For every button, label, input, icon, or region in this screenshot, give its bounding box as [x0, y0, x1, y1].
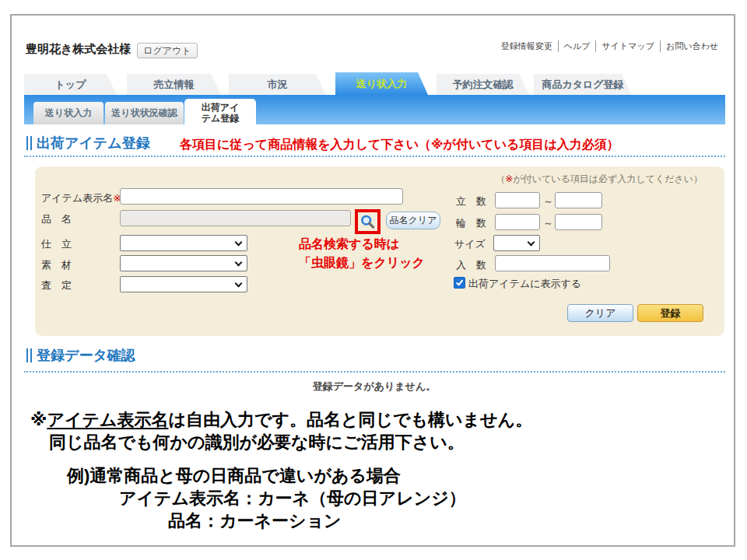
range-separator: ～ — [543, 194, 553, 208]
product-name-input[interactable] — [120, 210, 351, 226]
bloom-count-max-input[interactable] — [555, 214, 602, 230]
logout-button[interactable]: ログアウト — [137, 43, 198, 58]
shipping-item-form: （※が付いている項目は必ず入力してください） アイテム表示名※ 品 名 品名クリ… — [35, 166, 724, 336]
size-select[interactable] — [493, 235, 540, 251]
display-on-shipping-checkbox[interactable] — [454, 277, 465, 289]
subtab-invoice-status[interactable]: 送り状状況確認 — [105, 102, 184, 124]
tab-market[interactable]: 市況 — [229, 74, 326, 95]
subtab-invoice-input[interactable]: 送り状入力 — [33, 102, 103, 124]
registered-data-section-title: 登録データ確認 — [26, 346, 135, 365]
shipping-item-section-title: 出荷アイテム登録 — [26, 134, 150, 152]
display-checkbox-label: 出荷アイテムに表示する — [468, 277, 581, 291]
clear-button[interactable]: クリア — [567, 304, 633, 322]
divider — [24, 371, 725, 373]
assessment-label: 査 定 — [41, 278, 72, 292]
empty-data-message: 登録データがありません。 — [12, 380, 735, 394]
bloom-count-label: 輪 数 — [456, 216, 486, 230]
stand-count-label: 立 数 — [456, 194, 486, 208]
link-help[interactable]: ヘルプ — [558, 40, 596, 52]
footer-example-line2: アイテム表示名：カーネ（母の日アレンジ） — [119, 487, 466, 510]
footer-example-line3: 品名：カーネーション — [168, 509, 342, 533]
tailoring-label: 仕 立 — [41, 237, 72, 251]
size-label: サイズ — [454, 237, 486, 251]
stand-count-min-input[interactable] — [495, 192, 540, 208]
tailoring-select[interactable] — [120, 235, 247, 251]
link-register-info[interactable]: 登録情報変更 — [496, 40, 558, 52]
divider — [24, 156, 725, 157]
chevron-down-icon — [235, 280, 243, 288]
magnifier-instruction: 品名検索する時は 「虫眼鏡」をクリック — [299, 235, 425, 272]
range-separator: ～ — [543, 216, 553, 230]
section-bars-icon — [26, 136, 32, 150]
quantity-input[interactable] — [495, 255, 610, 271]
app-window: 豊明花き株式会社様 ログアウト 登録情報変更 ヘルプ サイトマップ お問い合わせ… — [10, 14, 735, 547]
chevron-down-icon — [235, 239, 243, 247]
item-display-name-input[interactable] — [120, 188, 403, 205]
magnifier-highlight — [355, 209, 381, 234]
quantity-label: 入 数 — [456, 258, 486, 272]
link-sitemap[interactable]: サイトマップ — [595, 40, 660, 52]
section-bars-icon — [26, 348, 32, 362]
company-name: 豊明花き株式会社様 — [26, 42, 131, 57]
tab-reservation-confirm[interactable]: 予約注文確認 — [437, 74, 529, 95]
tab-top[interactable]: トップ — [24, 74, 117, 95]
tab-catalog-register[interactable]: 商品カタログ登録 — [534, 74, 632, 95]
required-note: （※が付いている項目は必ず入力してください） — [496, 173, 703, 186]
register-button[interactable]: 登録 — [637, 304, 703, 322]
material-label: 素 材 — [41, 258, 72, 272]
subtab-label: 出荷アイテム登録 — [199, 102, 241, 124]
assessment-select[interactable] — [120, 276, 247, 292]
sub-tab-bar: 送り状入力 送り状状況確認 出荷アイテム登録 — [24, 95, 725, 124]
tab-invoice-input[interactable]: 送り状入力 — [335, 72, 428, 95]
material-select[interactable] — [120, 255, 247, 271]
chevron-down-icon — [528, 239, 535, 247]
product-name-clear-button[interactable]: 品名クリア — [386, 212, 440, 229]
search-icon[interactable] — [359, 214, 376, 230]
input-instruction: 各項目に従って商品情報を入力して下さい（※が付いている項目は入力必須） — [180, 137, 619, 153]
item-display-name-label: アイテム表示名※ — [41, 191, 121, 205]
footer-example-line1: 例)通常商品と母の日商品で違いがある場合 — [67, 464, 401, 488]
utility-nav: 登録情報変更 ヘルプ サイトマップ お問い合わせ — [496, 40, 724, 52]
link-contact[interactable]: お問い合わせ — [660, 40, 724, 52]
product-name-label: 品 名 — [41, 212, 72, 226]
check-icon — [455, 278, 464, 287]
stand-count-max-input[interactable] — [555, 192, 602, 208]
bloom-count-min-input[interactable] — [495, 214, 540, 230]
footer-note-line2: 同じ品名でも何かの識別が必要な時にご活用下さい。 — [49, 431, 465, 454]
footer-note-line1: ※アイテム表示名は自由入力です。品名と同じでも構いません。 — [30, 408, 532, 432]
subtab-shipping-item-register[interactable]: 出荷アイテム登録 — [184, 99, 256, 124]
chevron-down-icon — [235, 259, 243, 267]
tab-auction-info[interactable]: 売立情報 — [127, 74, 221, 95]
